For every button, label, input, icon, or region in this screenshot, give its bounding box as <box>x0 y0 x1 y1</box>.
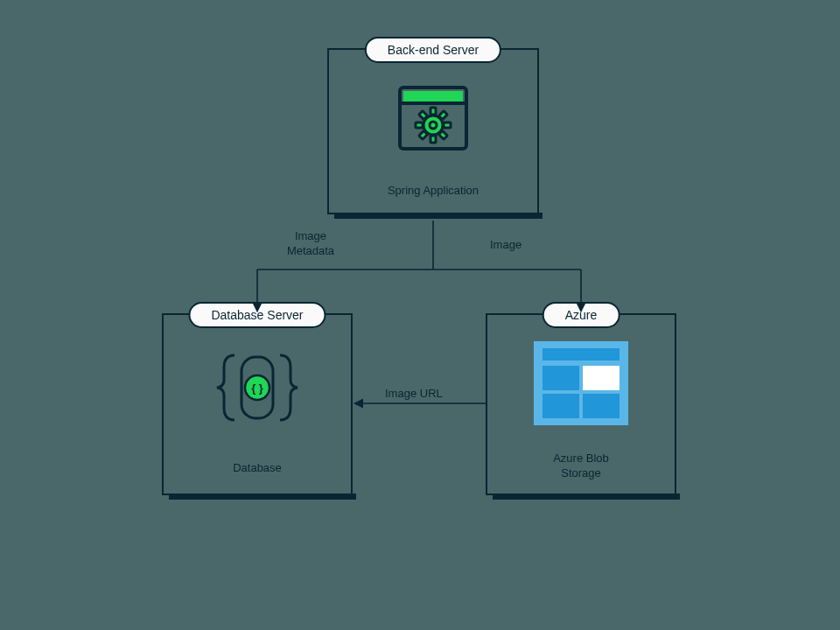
spring-app-icon <box>397 85 469 155</box>
azure-box: Azure Azure BlobStorage <box>486 313 676 495</box>
database-icon: { } <box>215 348 299 430</box>
svg-rect-7 <box>416 122 423 128</box>
svg-rect-18 <box>542 366 579 390</box>
edge-label-image: Image <box>490 238 522 253</box>
svg-rect-21 <box>583 394 620 418</box>
svg-rect-12 <box>438 130 447 139</box>
edge-label-image-url: Image URL <box>385 387 443 402</box>
svg-rect-20 <box>542 394 579 418</box>
svg-text:{ }: { } <box>251 382 263 395</box>
spring-app-caption: Spring Application <box>329 184 537 197</box>
svg-rect-1 <box>403 91 463 102</box>
database-server-title: Database Server <box>188 302 326 328</box>
edge-label-image-metadata: ImageMetadata <box>262 229 359 259</box>
svg-rect-11 <box>419 111 428 120</box>
azure-blob-caption: Azure BlobStorage <box>487 452 675 481</box>
database-caption: Database <box>164 461 351 474</box>
svg-rect-8 <box>444 122 451 128</box>
svg-rect-10 <box>419 130 428 139</box>
svg-rect-19 <box>583 366 620 390</box>
database-server-box: Database Server { } Database <box>162 313 353 495</box>
svg-rect-9 <box>438 111 447 120</box>
svg-rect-17 <box>542 348 620 360</box>
svg-rect-6 <box>430 136 436 143</box>
svg-rect-5 <box>430 108 436 115</box>
azure-title: Azure <box>542 302 620 328</box>
azure-blob-icon <box>534 341 628 429</box>
backend-server-title: Back-end Server <box>365 37 501 63</box>
backend-server-box: Back-end Server Spring <box>327 48 539 214</box>
